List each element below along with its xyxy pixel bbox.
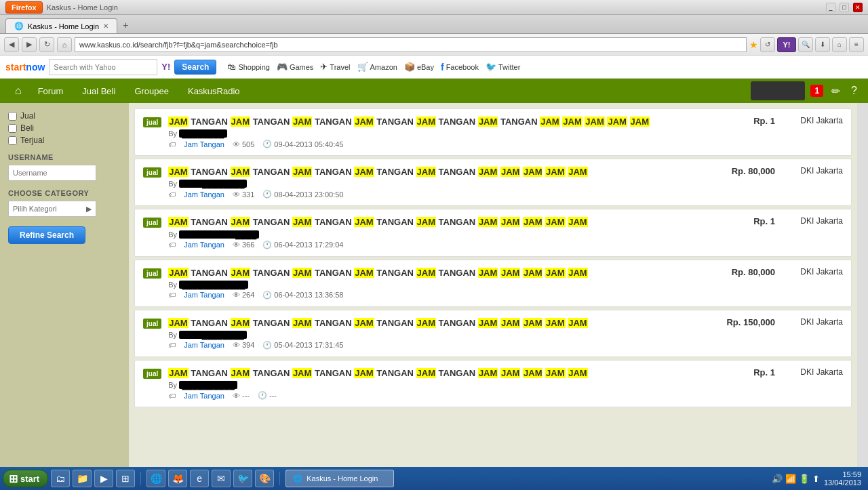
- clock-icon: 🕐: [262, 341, 272, 350]
- category-chevron-icon: ▶: [86, 205, 92, 213]
- result-title[interactable]: JAM TANGAN JAM TANGAN JAM TANGAN JAM TAN…: [168, 267, 701, 279]
- notification-badge[interactable]: 1: [810, 85, 823, 97]
- tag-link[interactable]: Jam Tangan: [184, 190, 224, 199]
- bookmark-star-icon[interactable]: ★: [749, 39, 758, 50]
- home-nav-icon[interactable]: ⌂: [832, 37, 847, 52]
- result-by: By Ghots████████: [168, 331, 701, 339]
- jual-text: Jual: [20, 111, 35, 121]
- tag-link[interactable]: Jam Tangan: [184, 341, 224, 349]
- taskbar-media-icon[interactable]: ▶: [94, 470, 113, 487]
- views-icon: 👁: [233, 392, 240, 400]
- toolbar-ebay-link[interactable]: 📦eBay: [404, 62, 434, 72]
- toolbar-travel-link[interactable]: ✈Travel: [320, 62, 350, 72]
- tag-link[interactable]: Jam Tangan: [184, 291, 224, 299]
- nav-right-icons: ★ ↺ Y! 🔍 ⬇ ⌂ ≡: [749, 37, 864, 52]
- jual-badge: jual: [143, 319, 161, 329]
- post-time: 08-04-2013 23:00:50: [274, 190, 343, 199]
- address-bar[interactable]: www.kaskus.co.id/search/fjb?f=fjb&q=jam&…: [75, 37, 747, 52]
- ebay-icon: 📦: [404, 62, 415, 72]
- tag-link[interactable]: Jam Tangan: [184, 241, 224, 249]
- user-avatar[interactable]: [751, 81, 805, 100]
- forward-button[interactable]: ▶: [22, 37, 37, 52]
- start-label: start: [20, 474, 39, 484]
- browser-title: Kaskus - Home Login: [47, 3, 118, 12]
- menu-icon[interactable]: ≡: [849, 37, 864, 52]
- tag-link[interactable]: Jam Tangan: [184, 140, 224, 148]
- nav-groupee[interactable]: Groupee: [125, 82, 178, 100]
- beli-checkbox[interactable]: [8, 124, 17, 133]
- taskbar-firefox-icon[interactable]: 🦊: [168, 470, 187, 487]
- travel-icon: ✈: [320, 62, 328, 72]
- category-select[interactable]: Pilih Kategori ▶: [8, 201, 96, 217]
- taskbar-ie-btn[interactable]: e: [190, 470, 209, 487]
- help-icon[interactable]: ?: [848, 83, 860, 98]
- beli-label[interactable]: Beli: [8, 123, 121, 133]
- toolbar-twitter-link[interactable]: 🐦Twitter: [486, 62, 520, 72]
- result-price: Rp. 1: [707, 216, 775, 226]
- terjual-checkbox[interactable]: [8, 136, 17, 145]
- maximize-button[interactable]: □: [840, 3, 849, 12]
- refresh-icon[interactable]: ↺: [760, 37, 775, 52]
- result-item: jual JAM TANGAN JAM TANGAN JAM TANGAN JA…: [134, 260, 852, 307]
- toolbar-games-link[interactable]: 🎮Games: [277, 62, 313, 72]
- home-button[interactable]: ⌂: [57, 37, 72, 52]
- nav-kaskusradio[interactable]: KaskusRadio: [178, 82, 250, 100]
- minimize-button[interactable]: _: [826, 3, 835, 12]
- download-icon[interactable]: ⬇: [815, 37, 830, 52]
- result-title[interactable]: JAM TANGAN JAM TANGAN JAM TANGAN JAM TAN…: [168, 166, 701, 178]
- start-button[interactable]: ⊞ start: [3, 470, 48, 487]
- taskbar-windows-icon[interactable]: ⊞: [116, 470, 135, 487]
- tag-link[interactable]: Jam Tangan: [184, 392, 224, 400]
- result-title[interactable]: JAM TANGAN JAM TANGAN JAM TANGAN JAM TAN…: [168, 317, 701, 329]
- refine-search-button[interactable]: Refine Search: [8, 226, 85, 244]
- taskbar-window-icon: 🌐: [293, 474, 302, 483]
- username-input[interactable]: [8, 165, 96, 181]
- nav-forum[interactable]: Forum: [28, 82, 73, 100]
- pencil-icon[interactable]: ✏: [829, 83, 843, 99]
- checkbox-jual: Jual: [8, 111, 121, 121]
- result-title[interactable]: JAM TANGAN JAM TANGAN JAM TANGAN JAM TAN…: [168, 367, 701, 380]
- jual-label[interactable]: Jual: [8, 111, 121, 121]
- toolbar-amazon-link[interactable]: 🛒Amazon: [357, 62, 397, 72]
- tab-close-button[interactable]: ✕: [103, 22, 108, 30]
- result-location: DKI Jakarta: [782, 367, 843, 377]
- result-title[interactable]: JAM TANGAN JAM TANGAN JAM TANGAN JAM TAN…: [168, 216, 701, 228]
- result-title[interactable]: JAM TANGAN JAM TANGAN JAM TANGAN JAM TAN…: [168, 116, 701, 128]
- taskbar-folder-icon[interactable]: 📁: [73, 470, 92, 487]
- toolbar-facebook-link[interactable]: fFacebook: [441, 62, 479, 73]
- taskbar-active-window[interactable]: 🌐 Kaskus - Home Login: [285, 470, 394, 487]
- kaskus-home-icon[interactable]: ⌂: [8, 85, 28, 97]
- close-button[interactable]: ✕: [853, 3, 863, 12]
- tab-favicon: 🌐: [14, 22, 24, 30]
- taskbar-twitter-btn[interactable]: 🐦: [233, 470, 252, 487]
- taskbar-email-icon[interactable]: ✉: [212, 470, 231, 487]
- tag-icon: 🏷: [168, 140, 176, 148]
- result-price: Rp. 150,000: [707, 317, 775, 327]
- post-time: 06-04-2013 13:36:58: [274, 291, 343, 299]
- startnow-search-button[interactable]: Search: [174, 60, 216, 75]
- clock-icon: 🕐: [262, 241, 272, 249]
- firefox-button[interactable]: Firefox: [5, 1, 43, 14]
- active-tab[interactable]: 🌐 Kaskus - Home Login ✕: [5, 18, 117, 33]
- jual-badge: jual: [143, 117, 161, 127]
- taskbar-chrome-icon[interactable]: 🌐: [146, 470, 165, 487]
- category-section-title: CHOOSE CATEGORY: [8, 189, 121, 197]
- taskbar-paint-icon[interactable]: 🎨: [255, 470, 274, 487]
- startnow-search-input[interactable]: [49, 59, 157, 75]
- reload-button[interactable]: ↻: [39, 37, 54, 52]
- jual-checkbox[interactable]: [8, 112, 17, 121]
- taskbar-ie-icon[interactable]: 🗂: [51, 470, 70, 487]
- new-tab-button[interactable]: +: [117, 17, 134, 33]
- taskbar-separator: [140, 472, 141, 485]
- search-icon[interactable]: 🔍: [798, 37, 813, 52]
- scrollbar[interactable]: [857, 103, 868, 467]
- toolbar-shopping-link[interactable]: 🛍Shopping: [227, 62, 270, 72]
- terjual-label[interactable]: Terjual: [8, 136, 121, 145]
- yahoo-icon[interactable]: Y!: [777, 37, 796, 52]
- taskbar-right: 🔊 📶 🔋 ⬆ 15:59 13/04/2013: [772, 470, 865, 487]
- back-button[interactable]: ◀: [4, 37, 19, 52]
- result-location: DKI Jakarta: [782, 116, 843, 125]
- result-location: DKI Jakarta: [782, 267, 843, 277]
- nav-jual-beli[interactable]: Jual Beli: [73, 82, 125, 100]
- systray-icon-4: ⬆: [812, 474, 820, 484]
